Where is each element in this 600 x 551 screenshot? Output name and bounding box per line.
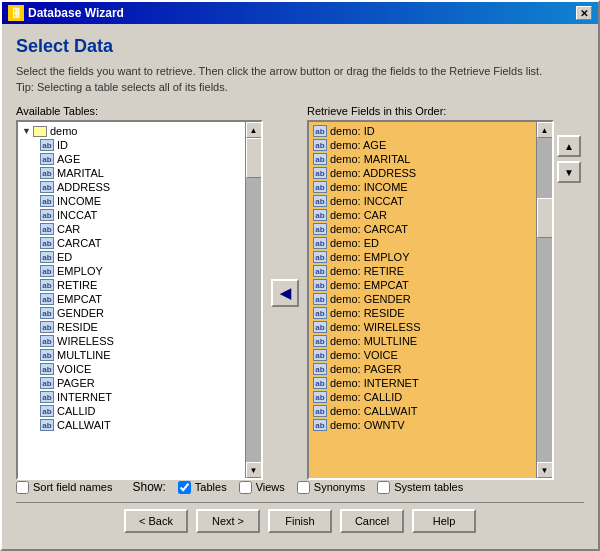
list-item[interactable]: abdemo: INTERNET [311,376,534,390]
field-icon: ab [40,293,54,305]
retrieve-fields-content[interactable]: abdemo: ID abdemo: AGE abdemo: MARITAL a… [309,122,536,478]
list-item[interactable]: ab CALLID [20,404,243,418]
field-icon: ab [40,265,54,277]
scroll-track[interactable] [246,138,262,462]
tables-checkbox[interactable] [178,481,191,494]
views-checkbox-label[interactable]: Views [239,481,285,494]
field-icon: ab [40,321,54,333]
system-tables-checkbox-label[interactable]: System tables [377,481,463,494]
close-button[interactable]: ✕ [576,6,592,20]
help-button[interactable]: Help [412,509,476,533]
scroll-up-btn[interactable]: ▲ [537,122,553,138]
scroll-down-btn[interactable]: ▼ [246,462,262,478]
list-item[interactable]: ab INCCAT [20,208,243,222]
list-item[interactable]: abdemo: GENDER [311,292,534,306]
system-tables-label: System tables [394,481,463,493]
tree-item-root[interactable]: ▼ demo [20,124,243,138]
list-item[interactable]: ab ID [20,138,243,152]
list-item[interactable]: abdemo: ADDRESS [311,166,534,180]
list-item[interactable]: ab CARCAT [20,236,243,250]
list-item[interactable]: abdemo: INCCAT [311,194,534,208]
list-item[interactable]: abdemo: CALLWAIT [311,404,534,418]
scroll-track[interactable] [537,138,553,462]
list-item[interactable]: ab MARITAL [20,166,243,180]
synonyms-checkbox[interactable] [297,481,310,494]
list-item[interactable]: abdemo: EMPLOY [311,250,534,264]
list-item[interactable]: ab EMPLOY [20,264,243,278]
field-icon: ab [313,237,327,249]
list-item[interactable]: ab WIRELESS [20,334,243,348]
list-item[interactable]: abdemo: AGE [311,138,534,152]
field-icon: ab [313,125,327,137]
sort-field-names-checkbox[interactable] [16,481,29,494]
list-item[interactable]: abdemo: RETIRE [311,264,534,278]
sort-field-names-label: Sort field names [33,481,112,493]
list-item[interactable]: ab ED [20,250,243,264]
available-tables-label: Available Tables: [16,105,263,117]
show-label: Show: [132,480,165,494]
available-tables-scrollbar[interactable]: ▲ ▼ [245,122,261,478]
list-item[interactable]: ab INTERNET [20,390,243,404]
available-tables-listbox[interactable]: ▼ demo ab ID ab AGE [16,120,263,480]
retrieve-fields-scrollbar[interactable]: ▲ ▼ [536,122,552,478]
back-button[interactable]: < Back [124,509,188,533]
list-item[interactable]: abdemo: ED [311,236,534,250]
finish-button[interactable]: Finish [268,509,332,533]
field-icon: ab [313,405,327,417]
list-item[interactable]: abdemo: OWNTV [311,418,534,432]
list-item[interactable]: abdemo: EMPCAT [311,278,534,292]
list-item[interactable]: ab AGE [20,152,243,166]
available-tables-content[interactable]: ▼ demo ab ID ab AGE [18,122,245,478]
list-item[interactable]: ab INCOME [20,194,243,208]
list-item[interactable]: abdemo: RESIDE [311,306,534,320]
list-item[interactable]: ab VOICE [20,362,243,376]
views-checkbox[interactable] [239,481,252,494]
sort-panel: ▲ ▼ [554,105,584,480]
main-content: Select Data Select the fields you want t… [2,24,598,549]
list-item[interactable]: abdemo: CAR [311,208,534,222]
list-item[interactable]: ab CALLWAIT [20,418,243,432]
move-left-button[interactable]: ◀ [271,279,299,307]
sort-up-button[interactable]: ▲ [557,135,581,157]
list-item[interactable]: ab CAR [20,222,243,236]
field-icon: ab [313,167,327,179]
field-icon: ab [313,293,327,305]
synonyms-label: Synonyms [314,481,365,493]
field-icon: ab [40,279,54,291]
system-tables-checkbox[interactable] [377,481,390,494]
list-item[interactable]: ab GENDER [20,306,243,320]
list-item[interactable]: ab EMPCAT [20,292,243,306]
field-icon: ab [40,167,54,179]
cancel-button[interactable]: Cancel [340,509,404,533]
list-item[interactable]: abdemo: MARITAL [311,152,534,166]
list-item[interactable]: ab RESIDE [20,320,243,334]
list-item[interactable]: ab RETIRE [20,278,243,292]
scroll-thumb[interactable] [537,198,553,238]
list-item[interactable]: abdemo: ID [311,124,534,138]
button-bar: < Back Next > Finish Cancel Help [16,502,584,537]
scroll-thumb[interactable] [246,138,262,178]
field-icon: ab [40,237,54,249]
tables-checkbox-label[interactable]: Tables [178,481,227,494]
synonyms-checkbox-label[interactable]: Synonyms [297,481,365,494]
field-icon: ab [40,377,54,389]
sort-field-names-checkbox-label[interactable]: Sort field names [16,481,112,494]
list-item[interactable]: ab PAGER [20,376,243,390]
list-item[interactable]: abdemo: VOICE [311,348,534,362]
list-item[interactable]: abdemo: INCOME [311,180,534,194]
field-icon: ab [313,321,327,333]
list-item[interactable]: ab ADDRESS [20,180,243,194]
list-item[interactable]: abdemo: PAGER [311,362,534,376]
field-icon: ab [40,209,54,221]
list-item[interactable]: ab MULTLINE [20,348,243,362]
list-item[interactable]: abdemo: CALLID [311,390,534,404]
scroll-up-btn[interactable]: ▲ [246,122,262,138]
next-button[interactable]: Next > [196,509,260,533]
field-icon: ab [40,223,54,235]
list-item[interactable]: abdemo: MULTLINE [311,334,534,348]
retrieve-fields-listbox[interactable]: abdemo: ID abdemo: AGE abdemo: MARITAL a… [307,120,554,480]
sort-down-button[interactable]: ▼ [557,161,581,183]
list-item[interactable]: abdemo: CARCAT [311,222,534,236]
list-item[interactable]: abdemo: WIRELESS [311,320,534,334]
scroll-down-btn[interactable]: ▼ [537,462,553,478]
